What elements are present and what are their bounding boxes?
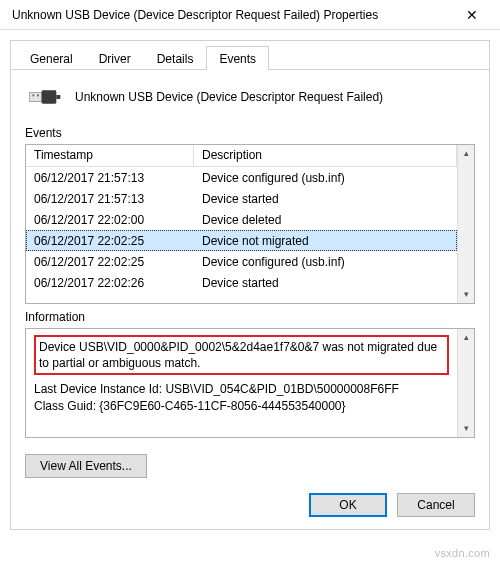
usb-plug-icon	[29, 86, 61, 108]
table-row[interactable]: 06/12/2017 22:02:25Device not migrated	[26, 230, 457, 251]
tab-general[interactable]: General	[17, 46, 86, 70]
svg-rect-3	[42, 90, 57, 103]
dialog-footer: OK Cancel	[309, 493, 475, 517]
cell-description: Device started	[194, 274, 457, 292]
watermark: vsxdn.com	[435, 547, 490, 559]
cell-description: Device configured (usb.inf)	[194, 169, 457, 187]
cell-timestamp: 06/12/2017 22:02:25	[26, 232, 194, 250]
events-scrollbar[interactable]: ▴ ▾	[457, 145, 474, 303]
tab-details[interactable]: Details	[144, 46, 207, 70]
cell-description: Device configured (usb.inf)	[194, 253, 457, 271]
tab-events[interactable]: Events	[206, 46, 269, 70]
view-all-events-button[interactable]: View All Events...	[25, 454, 147, 478]
information-box: Device USB\VID_0000&PID_0002\5&2d4ae1f7&…	[25, 328, 475, 438]
cell-description: Device started	[194, 190, 457, 208]
info-scrollbar[interactable]: ▴ ▾	[457, 329, 474, 437]
svg-rect-4	[56, 95, 60, 99]
info-highlighted-message: Device USB\VID_0000&PID_0002\5&2d4ae1f7&…	[34, 335, 449, 375]
col-header-description[interactable]: Description	[194, 145, 457, 166]
cell-timestamp: 06/12/2017 22:02:00	[26, 211, 194, 229]
table-row[interactable]: 06/12/2017 22:02:25Device configured (us…	[26, 251, 457, 272]
info-details: Last Device Instance Id: USB\VID_054C&PI…	[34, 381, 449, 413]
tab-content: Unknown USB Device (Device Descriptor Re…	[11, 70, 489, 488]
ok-button[interactable]: OK	[309, 493, 387, 517]
window-title: Unknown USB Device (Device Descriptor Re…	[12, 8, 452, 22]
titlebar: Unknown USB Device (Device Descriptor Re…	[0, 0, 500, 30]
cancel-button[interactable]: Cancel	[397, 493, 475, 517]
table-row[interactable]: 06/12/2017 22:02:26Device started	[26, 272, 457, 293]
svg-rect-1	[32, 94, 34, 96]
events-label: Events	[25, 126, 475, 140]
svg-rect-0	[30, 92, 42, 101]
info-class-guid: Class Guid: {36FC9E60-C465-11CF-8056-444…	[34, 398, 449, 414]
svg-rect-2	[37, 94, 39, 96]
cell-description: Device deleted	[194, 211, 457, 229]
cell-timestamp: 06/12/2017 22:02:26	[26, 274, 194, 292]
cell-description: Device not migrated	[194, 232, 457, 250]
cell-timestamp: 06/12/2017 21:57:13	[26, 190, 194, 208]
close-icon[interactable]: ✕	[452, 7, 492, 23]
scroll-down-icon[interactable]: ▾	[464, 420, 469, 437]
table-row[interactable]: 06/12/2017 22:02:00Device deleted	[26, 209, 457, 230]
information-label: Information	[25, 310, 475, 324]
events-list: Timestamp Description 06/12/2017 21:57:1…	[25, 144, 475, 304]
events-header-row: Timestamp Description	[26, 145, 457, 167]
device-name: Unknown USB Device (Device Descriptor Re…	[75, 90, 383, 104]
tab-driver[interactable]: Driver	[86, 46, 144, 70]
device-header: Unknown USB Device (Device Descriptor Re…	[25, 82, 475, 120]
scroll-up-icon[interactable]: ▴	[464, 329, 469, 346]
tab-strip: General Driver Details Events	[11, 41, 489, 70]
scroll-down-icon[interactable]: ▾	[464, 286, 469, 303]
table-row[interactable]: 06/12/2017 21:57:13Device started	[26, 188, 457, 209]
table-row[interactable]: 06/12/2017 21:57:13Device configured (us…	[26, 167, 457, 188]
col-header-timestamp[interactable]: Timestamp	[26, 145, 194, 166]
property-sheet: General Driver Details Events Unknown US…	[10, 40, 490, 530]
scroll-up-icon[interactable]: ▴	[464, 145, 469, 162]
cell-timestamp: 06/12/2017 22:02:25	[26, 253, 194, 271]
info-last-instance: Last Device Instance Id: USB\VID_054C&PI…	[34, 381, 449, 397]
cell-timestamp: 06/12/2017 21:57:13	[26, 169, 194, 187]
